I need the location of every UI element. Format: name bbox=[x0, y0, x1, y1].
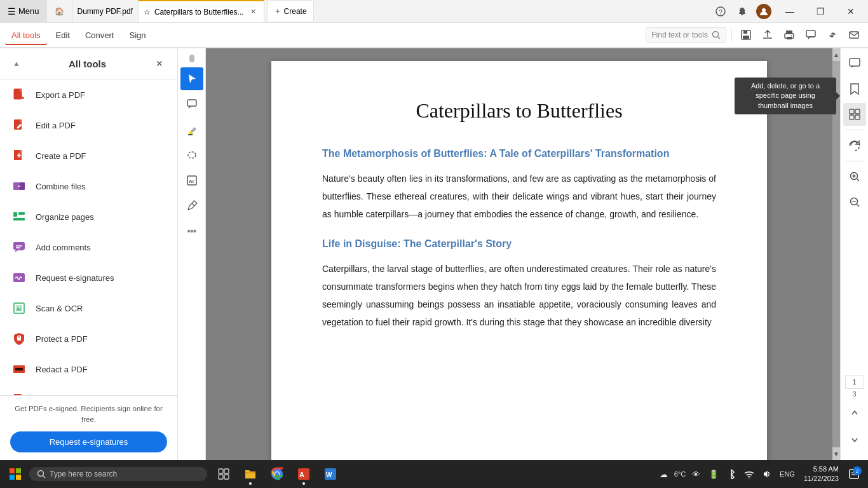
svg-point-38 bbox=[188, 152, 196, 158]
pdf-tab-label: Dummy PDF.pdf bbox=[78, 7, 133, 16]
print-icon[interactable] bbox=[780, 26, 798, 44]
battery-icon[interactable]: 🔋 bbox=[706, 466, 721, 482]
scroll-up-arrow[interactable]: ▲ bbox=[832, 48, 840, 61]
tool-protect-pdf-label: Protect a PDF bbox=[36, 334, 88, 344]
language-indicator[interactable]: ENG bbox=[777, 470, 797, 478]
request-esignatures-button[interactable]: Request e-signatures bbox=[10, 431, 167, 452]
rotate-button[interactable] bbox=[843, 134, 866, 157]
create-tab[interactable]: ＋ Create bbox=[267, 0, 314, 22]
panel-divider-2 bbox=[845, 161, 864, 161]
tool-create-pdf-label: Create a PDF bbox=[36, 151, 86, 161]
chrome-button[interactable] bbox=[264, 461, 290, 487]
close-button[interactable]: ✕ bbox=[836, 0, 865, 23]
page-up-button[interactable] bbox=[843, 402, 866, 424]
tab-close-button[interactable]: ✕ bbox=[248, 6, 259, 17]
svg-point-53 bbox=[38, 471, 44, 477]
save-icon[interactable] bbox=[737, 26, 755, 44]
tool-export-pdf[interactable]: Export a PDF bbox=[0, 79, 177, 110]
zoom-out-button[interactable] bbox=[843, 191, 866, 214]
help-button[interactable]: ? bbox=[710, 1, 731, 22]
find-tools-input[interactable]: Find text or tools bbox=[646, 27, 726, 43]
system-clock[interactable]: 5:58 AM 11/22/2023 bbox=[800, 464, 843, 484]
tool-redact-pdf[interactable]: Redact a PDF bbox=[0, 354, 177, 384]
upload-icon[interactable] bbox=[759, 26, 776, 44]
scroll-track[interactable] bbox=[832, 61, 840, 447]
lasso-tool-button[interactable] bbox=[180, 144, 203, 166]
sidebar: ▲ All tools ✕ Export a PDF Edit a PDF bbox=[0, 48, 178, 460]
user-avatar bbox=[756, 4, 771, 19]
tool-organize-pages[interactable]: Organize pages bbox=[0, 201, 177, 232]
bookmark-panel-button[interactable] bbox=[843, 78, 866, 100]
comment-panel-button[interactable] bbox=[843, 52, 866, 75]
pen-tool-button[interactable] bbox=[180, 194, 203, 217]
tool-compress-pdf[interactable]: Compress a PDF bbox=[0, 384, 177, 395]
highlight-tool-button[interactable] bbox=[180, 118, 203, 141]
tool-edit-pdf[interactable]: Edit a PDF bbox=[0, 110, 177, 140]
scroll-down-arrow[interactable]: ▼ bbox=[832, 447, 840, 460]
sidebar-scroll[interactable]: Export a PDF Edit a PDF Create a PDF bbox=[0, 79, 177, 395]
account-button[interactable] bbox=[754, 1, 774, 22]
notification-center-button[interactable]: 2 bbox=[845, 465, 863, 483]
file-explorer-button[interactable] bbox=[238, 461, 263, 487]
ocr-tool-button[interactable]: AI bbox=[180, 169, 203, 192]
volume-icon[interactable] bbox=[759, 466, 775, 482]
menu-button[interactable]: ☰ Menu bbox=[0, 0, 47, 22]
menu-sign[interactable]: Sign bbox=[123, 27, 152, 44]
maximize-button[interactable]: ❐ bbox=[806, 0, 835, 23]
comment-tool-button[interactable] bbox=[180, 93, 203, 116]
tool-combine-files[interactable]: Combine files bbox=[0, 171, 177, 201]
tool-create-pdf[interactable]: Create a PDF bbox=[0, 140, 177, 171]
scroll-up-btn[interactable]: ▲ bbox=[10, 57, 23, 70]
pdf-tab[interactable]: Dummy PDF.pdf bbox=[72, 0, 138, 22]
tool-request-esig-label: Request e-signatures bbox=[36, 273, 114, 283]
network-icon[interactable] bbox=[742, 466, 757, 482]
tool-scan-ocr[interactable]: AI Scan & OCR bbox=[0, 293, 177, 323]
minimize-button[interactable]: — bbox=[775, 0, 804, 23]
home-tab[interactable]: 🏠 bbox=[47, 0, 72, 22]
sidebar-close-button[interactable]: ✕ bbox=[152, 56, 167, 71]
current-page-box[interactable]: 1 bbox=[845, 375, 864, 389]
taskbar-right: ☁ 6°C 👁 🔋 ENG 5:58 AM 11/22/2023 2 bbox=[656, 464, 865, 484]
search-icon bbox=[37, 470, 46, 478]
select-tool-button[interactable] bbox=[180, 67, 203, 90]
eye-icon[interactable]: 👁 bbox=[688, 466, 703, 482]
menu-convert[interactable]: Convert bbox=[79, 27, 121, 44]
menu-all-tools[interactable]: All tools bbox=[5, 27, 47, 45]
app-active-dot bbox=[302, 482, 305, 485]
svg-rect-31 bbox=[15, 368, 23, 370]
notifications-button[interactable] bbox=[732, 1, 752, 22]
taskbar-search[interactable]: Type here to search bbox=[29, 467, 207, 481]
add-comments-icon bbox=[10, 238, 28, 256]
hamburger-icon: ☰ bbox=[8, 6, 16, 17]
taskbar-search-text: Type here to search bbox=[50, 470, 117, 478]
more-tools-button[interactable]: ••• bbox=[180, 220, 203, 243]
svg-rect-36 bbox=[187, 100, 196, 106]
windows-taskbar: Type here to search A W ☁ 6°C 👁 🔋 bbox=[0, 460, 868, 488]
menu-edit[interactable]: Edit bbox=[50, 27, 76, 44]
scroll-thumb[interactable] bbox=[832, 61, 840, 99]
link-icon[interactable] bbox=[824, 26, 841, 44]
email-icon[interactable] bbox=[845, 26, 863, 44]
pdf-scroll-area[interactable]: Caterpillars to Butterflies The Metamorp… bbox=[206, 48, 832, 460]
tool-request-esignatures[interactable]: Request e-signatures bbox=[0, 262, 177, 293]
acrobat-button[interactable]: A bbox=[291, 461, 316, 487]
zoom-in-button[interactable] bbox=[843, 165, 866, 188]
notification-badge: 2 bbox=[853, 466, 862, 475]
page-down-button[interactable] bbox=[843, 428, 866, 451]
taskview-button[interactable] bbox=[211, 461, 236, 487]
weather-icon[interactable]: ☁ bbox=[656, 466, 672, 482]
svg-rect-58 bbox=[224, 475, 229, 479]
active-tab[interactable]: ☆ Caterpillars to Butterflies... ✕ bbox=[138, 0, 264, 22]
bluetooth-icon[interactable] bbox=[724, 466, 739, 482]
word-button[interactable]: W bbox=[318, 461, 343, 487]
thumbnail-panel-button[interactable] bbox=[843, 103, 866, 126]
comment-icon[interactable] bbox=[802, 26, 820, 44]
win-logo-blue bbox=[10, 475, 15, 480]
start-button[interactable] bbox=[3, 461, 28, 487]
tool-panel: AI ••• bbox=[178, 48, 206, 460]
tool-add-comments[interactable]: Add comments bbox=[0, 232, 177, 262]
tool-protect-pdf[interactable]: Protect a PDF bbox=[0, 323, 177, 354]
svg-rect-22 bbox=[13, 218, 25, 220]
svg-rect-10 bbox=[787, 37, 792, 39]
pdf-vertical-scrollbar[interactable]: ▲ ▼ bbox=[832, 48, 840, 460]
